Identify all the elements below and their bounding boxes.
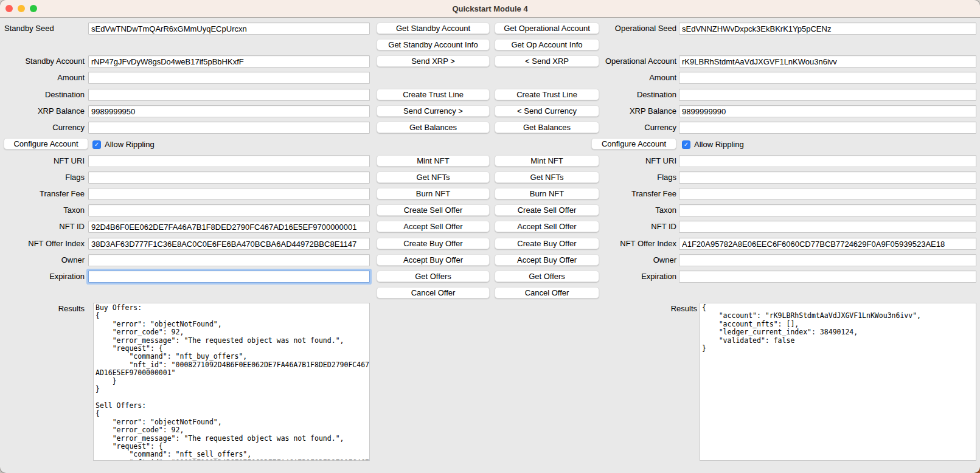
op-destination-field[interactable]	[679, 89, 976, 101]
op-owner-field[interactable]	[679, 254, 976, 266]
op-xrp-balance-label: XRP Balance	[581, 105, 676, 117]
get-standby-account-button[interactable]: Get Standby Account	[377, 22, 490, 34]
op-nft-id-label: NFT ID	[581, 221, 676, 233]
standby-transfer-fee-label: Transfer Fee	[2, 188, 85, 200]
op-currency-label: Currency	[581, 122, 676, 134]
standby-flags-field[interactable]	[88, 171, 370, 184]
standby-amount-label: Amount	[2, 72, 85, 84]
standby-xrp-balance-field[interactable]	[88, 105, 370, 117]
op-taxon-label: Taxon	[581, 204, 676, 216]
standby-transfer-fee-field[interactable]	[88, 188, 370, 200]
standby-create-sell-offer-button[interactable]: Create Sell Offer	[377, 204, 490, 216]
op-nft-uri-field[interactable]	[679, 155, 976, 167]
op-transfer-fee-field[interactable]	[679, 188, 976, 200]
op-nft-offer-index-label: NFT Offer Index	[581, 238, 676, 250]
op-results-label: Results	[581, 303, 697, 315]
standby-accept-sell-offer-button[interactable]: Accept Sell Offer	[377, 221, 490, 232]
standby-nft-uri-label: NFT URI	[2, 155, 85, 167]
standby-expiration-field[interactable]	[88, 271, 370, 283]
op-seed-field[interactable]	[679, 22, 976, 35]
standby-create-buy-offer-button[interactable]: Create Buy Offer	[377, 238, 490, 249]
op-allow-rippling-label: Allow Rippling	[694, 140, 744, 149]
standby-get-balances-button[interactable]: Get Balances	[377, 122, 490, 133]
op-xrp-balance-field[interactable]	[679, 105, 976, 117]
standby-flags-label: Flags	[2, 171, 85, 184]
standby-account-label: Standby Account	[2, 55, 85, 67]
standby-seed-label: Standby Seed	[4, 22, 86, 35]
op-owner-label: Owner	[581, 254, 676, 266]
standby-results-text[interactable]: Buy Offers: { "error": "objectNotFound",…	[93, 303, 370, 461]
op-currency-field[interactable]	[679, 122, 976, 134]
standby-destination-field[interactable]	[88, 89, 370, 101]
standby-nft-uri-field[interactable]	[88, 155, 370, 167]
standby-xrp-balance-label: XRP Balance	[2, 105, 85, 117]
op-amount-field[interactable]	[679, 72, 976, 84]
standby-destination-label: Destination	[2, 89, 85, 101]
standby-nft-offer-index-field[interactable]	[88, 238, 370, 250]
standby-send-xrp-button[interactable]: Send XRP >	[377, 55, 490, 67]
op-flags-field[interactable]	[679, 171, 976, 184]
op-expiration-field[interactable]	[679, 271, 976, 283]
op-amount-label: Amount	[581, 72, 676, 84]
standby-accept-buy-offer-button[interactable]: Accept Buy Offer	[377, 254, 490, 266]
op-nft-id-field[interactable]	[679, 221, 976, 233]
standby-burn-nft-button[interactable]: Burn NFT	[377, 188, 490, 199]
op-transfer-fee-label: Transfer Fee	[581, 188, 676, 200]
op-configure-account-button[interactable]: Configure Account	[591, 138, 676, 150]
standby-nft-id-label: NFT ID	[2, 221, 85, 233]
standby-currency-label: Currency	[2, 122, 85, 134]
standby-seed-field[interactable]	[88, 22, 370, 35]
standby-configure-account-button[interactable]: Configure Account	[4, 138, 88, 150]
standby-owner-field[interactable]	[88, 254, 370, 266]
standby-results-label: Results	[2, 303, 85, 315]
standby-owner-label: Owner	[2, 254, 85, 266]
op-destination-label: Destination	[581, 89, 676, 101]
op-expiration-label: Expiration	[581, 271, 676, 283]
standby-send-currency-button[interactable]: Send Currency >	[377, 105, 490, 117]
standby-taxon-label: Taxon	[2, 204, 85, 216]
op-cancel-offer-button[interactable]: Cancel Offer	[495, 287, 599, 299]
standby-allow-rippling-label: Allow Rippling	[105, 140, 155, 149]
standby-create-trust-line-button[interactable]: Create Trust Line	[377, 89, 490, 100]
content-area: Standby Seed Standby Account Amount Dest…	[0, 0, 980, 473]
op-nft-uri-label: NFT URI	[581, 155, 676, 167]
standby-get-nfts-button[interactable]: Get NFTs	[377, 171, 490, 183]
standby-currency-field[interactable]	[88, 122, 370, 134]
standby-expiration-label: Expiration	[2, 271, 85, 283]
standby-amount-field[interactable]	[88, 72, 370, 84]
quickstart-window: Quickstart Module 4 Standby Seed Standby…	[0, 0, 980, 473]
standby-account-field[interactable]	[88, 55, 370, 67]
standby-cancel-offer-button[interactable]: Cancel Offer	[377, 287, 490, 299]
op-taxon-field[interactable]	[679, 204, 976, 216]
standby-allow-rippling[interactable]: ✓ Allow Rippling	[92, 139, 155, 150]
standby-nft-id-field[interactable]	[88, 221, 370, 233]
op-allow-rippling[interactable]: ✓ Allow Rippling	[682, 139, 744, 150]
op-flags-label: Flags	[581, 171, 676, 184]
get-standby-account-info-button[interactable]: Get Standby Account Info	[377, 39, 490, 50]
op-seed-label: Operational Seed	[581, 22, 676, 35]
get-op-account-info-button[interactable]: Get Op Account Info	[495, 39, 599, 50]
standby-mint-nft-button[interactable]: Mint NFT	[377, 155, 490, 167]
op-account-label: Operational Account	[581, 55, 676, 67]
op-allow-rippling-checkbox[interactable]: ✓	[682, 140, 690, 149]
op-results-text[interactable]: { "account": "rK9LBRhStdmtAaVdJXGVF1LnKW…	[700, 303, 976, 461]
standby-get-offers-button[interactable]: Get Offers	[377, 271, 490, 282]
standby-taxon-field[interactable]	[88, 204, 370, 216]
standby-allow-rippling-checkbox[interactable]: ✓	[92, 140, 101, 149]
standby-nft-offer-index-label: NFT Offer Index	[2, 238, 85, 250]
op-nft-offer-index-field[interactable]	[679, 238, 976, 250]
op-account-field[interactable]	[679, 55, 976, 67]
